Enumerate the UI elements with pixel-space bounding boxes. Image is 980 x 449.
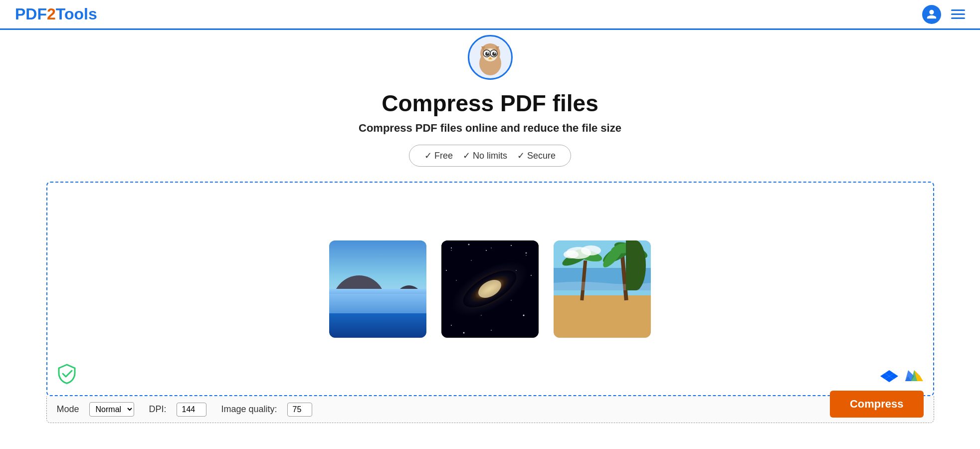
page-subtitle: Compress PDF files online and reduce the… <box>359 122 621 135</box>
dropbox-icon[interactable] <box>880 367 898 385</box>
svg-point-7 <box>487 52 488 54</box>
main-content: Compress PDF files Compress PDF files on… <box>0 80 980 423</box>
svg-point-26 <box>468 243 470 245</box>
thumb-galaxy <box>441 240 539 338</box>
svg-point-8 <box>494 52 495 54</box>
mode-label: Mode <box>57 404 79 415</box>
svg-point-36 <box>443 250 536 327</box>
dpi-label: DPI: <box>149 404 167 415</box>
mascot-area <box>0 30 980 80</box>
svg-rect-23 <box>441 240 539 338</box>
svg-point-20 <box>332 275 387 335</box>
svg-point-52 <box>581 245 601 255</box>
svg-rect-18 <box>329 240 426 338</box>
header: PDF2Tools <box>0 0 980 30</box>
feature-nolimits: ✓ No limits <box>463 150 507 161</box>
feature-free: ✓ Free <box>424 150 453 161</box>
security-icon-wrapper <box>56 363 77 386</box>
dpi-value[interactable]: 144 <box>177 403 206 417</box>
svg-point-21 <box>329 290 362 335</box>
svg-point-38 <box>475 276 504 301</box>
svg-point-34 <box>491 330 492 331</box>
dropzone[interactable] <box>46 182 934 396</box>
mascot <box>468 35 513 80</box>
svg-point-22 <box>392 285 426 335</box>
svg-rect-42 <box>554 295 651 338</box>
mode-select[interactable]: Normal Low High <box>89 402 134 417</box>
svg-point-29 <box>526 252 527 253</box>
beach-image <box>554 240 651 338</box>
svg-point-32 <box>523 314 525 316</box>
dropzone-section: Mode Normal Low High DPI: 144 Image qual… <box>46 182 934 423</box>
thumb-ocean <box>329 240 426 338</box>
page-container: PDF2Tools <box>0 0 980 423</box>
svg-point-31 <box>531 275 532 276</box>
features-badge: ✓ Free ✓ No limits ✓ Secure <box>409 145 571 167</box>
ocean-image <box>329 240 426 338</box>
svg-rect-24 <box>441 240 539 338</box>
svg-point-25 <box>451 247 452 248</box>
dropzone-images <box>329 240 651 338</box>
cloud-icons <box>880 367 923 385</box>
quality-value[interactable]: 75 <box>287 403 312 417</box>
svg-point-37 <box>458 263 522 314</box>
user-icon <box>926 9 937 20</box>
svg-rect-19 <box>329 300 426 338</box>
menu-button[interactable] <box>951 9 965 19</box>
svg-point-33 <box>451 325 452 326</box>
galaxy-image <box>441 240 539 338</box>
svg-point-35 <box>463 332 465 333</box>
shield-check-icon <box>56 363 77 384</box>
header-actions <box>922 5 965 24</box>
svg-point-28 <box>511 245 512 246</box>
compress-button[interactable]: Compress <box>830 391 924 418</box>
feature-secure: ✓ Secure <box>517 150 556 161</box>
logo: PDF2Tools <box>15 5 97 23</box>
thumb-beach <box>554 240 651 338</box>
gdrive-icon[interactable] <box>905 367 923 385</box>
svg-point-53 <box>564 250 579 258</box>
svg-point-27 <box>486 250 487 251</box>
user-icon-button[interactable] <box>922 5 941 24</box>
quality-label: Image quality: <box>221 404 277 415</box>
settings-bar: Mode Normal Low High DPI: 144 Image qual… <box>46 396 934 423</box>
page-title: Compress PDF files <box>382 90 598 117</box>
svg-point-30 <box>446 270 447 271</box>
mascot-svg <box>470 37 510 77</box>
